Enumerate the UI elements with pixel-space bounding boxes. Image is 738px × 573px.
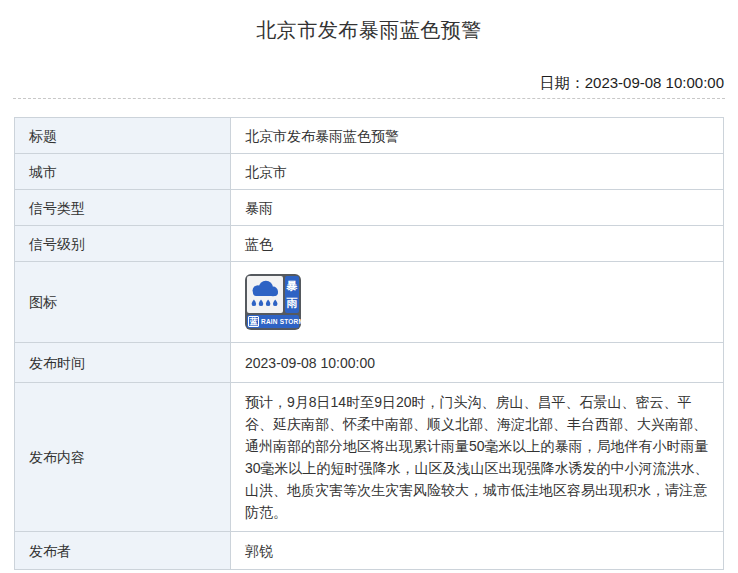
row-label: 标题 — [15, 118, 231, 154]
page-title: 北京市发布暴雨蓝色预警 — [0, 0, 738, 44]
row-value: 预计，9月8日14时至9日20时，门头沟、房山、昌平、石景山、密云、平谷、延庆南… — [231, 383, 724, 532]
date-label: 日期： — [540, 74, 585, 91]
warning-type-char-2: 雨 — [287, 297, 298, 309]
divider — [13, 98, 725, 99]
warning-type-char-1: 暴 — [287, 280, 298, 292]
row-publish-time: 发布时间 2023-09-08 10:00:00 — [15, 343, 724, 383]
date-value: 2023-09-08 10:00:00 — [585, 74, 724, 91]
row-title: 标题 北京市发布暴雨蓝色预警 — [15, 118, 724, 154]
rain-cloud-icon — [247, 276, 283, 313]
row-label: 信号级别 — [15, 226, 231, 262]
row-city: 城市 北京市 — [15, 154, 724, 190]
row-value: 暴 雨 蓝 RAIN STORM — [231, 262, 724, 343]
warning-info-table: 标题 北京市发布暴雨蓝色预警 城市 北京市 信号类型 暴雨 信号级别 蓝色 图标 — [14, 117, 724, 570]
row-label: 城市 — [15, 154, 231, 190]
row-value: 蓝色 — [231, 226, 724, 262]
row-label: 图标 — [15, 262, 231, 343]
row-value: 郭锐 — [231, 532, 724, 570]
row-label: 发布时间 — [15, 343, 231, 383]
rainstorm-blue-warning-icon: 暴 雨 蓝 RAIN STORM — [245, 274, 301, 330]
row-signal-level: 信号级别 蓝色 — [15, 226, 724, 262]
row-publisher: 发布者 郭锐 — [15, 532, 724, 570]
row-value: 暴雨 — [231, 190, 724, 226]
row-icon: 图标 — [15, 262, 724, 343]
row-signal-type: 信号类型 暴雨 — [15, 190, 724, 226]
warning-level-badge: 蓝 — [248, 316, 259, 327]
row-publish-content: 发布内容 预计，9月8日14时至9日20时，门头沟、房山、昌平、石景山、密云、平… — [15, 383, 724, 532]
row-value: 北京市发布暴雨蓝色预警 — [231, 118, 724, 154]
row-value: 北京市 — [231, 154, 724, 190]
row-label: 发布者 — [15, 532, 231, 570]
row-value: 2023-09-08 10:00:00 — [231, 343, 724, 383]
warning-detail-page: 北京市发布暴雨蓝色预警 日期：2023-09-08 10:00:00 标题 北京… — [0, 0, 738, 573]
row-label: 信号类型 — [15, 190, 231, 226]
date-line: 日期：2023-09-08 10:00:00 — [540, 74, 724, 92]
row-label: 发布内容 — [15, 383, 231, 532]
warning-type-en: RAIN STORM — [261, 311, 304, 333]
warning-level-bar: 蓝 RAIN STORM — [247, 315, 299, 328]
warning-type-cn: 暴 雨 — [285, 276, 299, 313]
